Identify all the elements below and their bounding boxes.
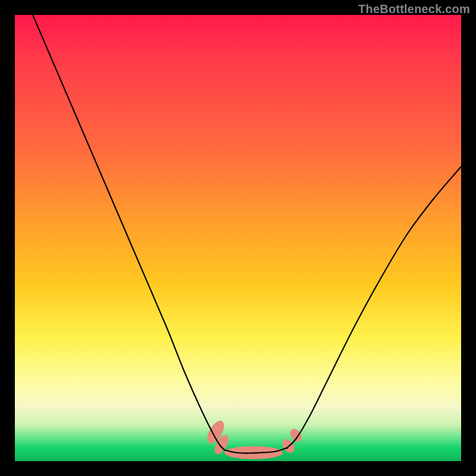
bottleneck-curve (33, 15, 461, 453)
plot-area (15, 15, 461, 461)
chart-stage: TheBottleneck.com (0, 0, 476, 476)
curve-layer (15, 15, 461, 461)
watermark-text: TheBottleneck.com (358, 2, 470, 16)
